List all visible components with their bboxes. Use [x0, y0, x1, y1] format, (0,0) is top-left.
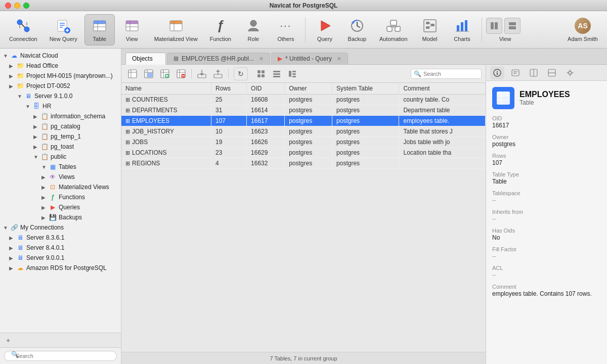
function-icon: ƒ: [212, 18, 229, 34]
cell-rows: 31: [211, 105, 246, 116]
cell-rows: 4: [211, 158, 246, 169]
project-mh-label: Project MH-0015 (marybrown...): [26, 72, 113, 79]
svg-rect-80: [273, 76, 280, 77]
cell-system-table: postgres: [332, 126, 399, 137]
server-icon-840: 🖥: [16, 244, 24, 252]
table-row[interactable]: ⊞EMPLOYEES 107 16617 postgres postgres e…: [121, 116, 486, 126]
expand-pg-temp: ▶: [33, 134, 39, 140]
sidebar-item-project-mh[interactable]: ▶ 📁 Project MH-0015 (marybrown...): [0, 71, 121, 81]
toolbar-table[interactable]: Table: [84, 14, 115, 46]
tab-query-close[interactable]: ✕: [337, 56, 341, 62]
cell-name: ⊞LOCATIONS: [121, 148, 211, 158]
sidebar-item-public[interactable]: ▼ 📋 public: [0, 152, 121, 162]
info-type: Table: [519, 99, 570, 106]
table-row[interactable]: ⊞COUNTRIES 25 16608 postgres postgres co…: [121, 95, 486, 105]
toolbar-automation[interactable]: Automation: [374, 15, 413, 45]
right-tab-gear[interactable]: [563, 66, 577, 79]
right-panel-content: EMPLOYEES Table OID 16617 Owner postgres…: [486, 81, 607, 364]
tab-employees-close[interactable]: ✕: [259, 56, 264, 62]
maximize-button[interactable]: [23, 3, 29, 9]
tab-query[interactable]: ▶ * Untitled - Query ✕: [271, 53, 348, 64]
tab-objects-label: Objects: [132, 55, 153, 62]
sidebar-item-functions[interactable]: ▶ ƒ Functions: [0, 192, 121, 202]
toolbar-role[interactable]: Role: [238, 15, 269, 45]
table-row[interactable]: ⊞DEPARTMENTS 31 16614 postgres postgres …: [121, 105, 486, 116]
sidebar-item-server-836[interactable]: ▶ 🖥 Server 8.3.6.1: [0, 233, 121, 243]
sidebar-item-pg-catalog[interactable]: ▶ 📋 pg_catalog: [0, 121, 121, 131]
schema-icon-public: 📋: [40, 153, 49, 161]
toolbar-charts[interactable]: Charts: [447, 15, 478, 45]
detail-view-button[interactable]: [285, 67, 299, 80]
toolbar-new-query[interactable]: New Query: [45, 15, 82, 45]
sidebar-item-backups[interactable]: ▶ 💾 Backups: [0, 212, 121, 222]
sidebar-item-server-840[interactable]: ▶ 🖥 Server 8.4.0.1: [0, 243, 121, 253]
table-row[interactable]: ⊞LOCATIONS 23 16629 postgres postgres Lo…: [121, 148, 486, 158]
tab-employees[interactable]: ⊞ EMPLOYEES @HR.publ... ✕: [167, 53, 270, 64]
toolbar-others[interactable]: ··· Others: [271, 15, 301, 45]
pg-toast-label: pg_toast: [51, 143, 74, 150]
right-tab-info[interactable]: [490, 66, 504, 79]
table-row[interactable]: ⊞REGIONS 4 16632 postgres postgres: [121, 158, 486, 169]
toolbar-view[interactable]: View: [117, 15, 147, 45]
sidebar-item-materialized-views[interactable]: ▶ ⊡ Materialized Views: [0, 182, 121, 192]
delete-table-button[interactable]: [174, 67, 188, 80]
toolbar-materialized-view[interactable]: Materialized View: [149, 15, 203, 45]
right-tab-split-v[interactable]: [545, 66, 559, 79]
toolbar-connection[interactable]: Connection: [4, 15, 42, 45]
sidebar-search-input[interactable]: [4, 351, 117, 361]
sidebar-item-my-connections[interactable]: ▼ 🔗 My Connections: [0, 222, 121, 233]
list-view-button[interactable]: [270, 67, 284, 80]
cell-system-table: postgres: [332, 137, 399, 148]
design-table-button[interactable]: [142, 67, 156, 80]
sidebar-item-information-schema[interactable]: ▶ 📋 information_schema: [0, 111, 121, 121]
my-connections-label: My Connections: [20, 224, 64, 231]
export-button[interactable]: [211, 67, 225, 80]
new-table-button[interactable]: [125, 67, 140, 80]
cell-oid: 16617: [247, 116, 285, 126]
sidebar-item-project-dt[interactable]: ▶ 📁 Project DT-0052: [0, 81, 121, 91]
sidebar-add-button[interactable]: +: [3, 335, 13, 345]
minimize-button[interactable]: [14, 3, 20, 9]
new-query-label: New Query: [50, 36, 77, 42]
right-tab-split-h[interactable]: [527, 66, 541, 79]
toolbar-backup[interactable]: Backup: [342, 15, 372, 45]
view-toggle-left[interactable]: [486, 18, 502, 34]
toolbar-model[interactable]: Model: [415, 15, 445, 45]
info-table-type-value: Table: [492, 178, 601, 185]
sidebar-item-tables[interactable]: ▼ ▦ Tables: [0, 162, 121, 172]
automation-label: Automation: [379, 36, 408, 42]
grid-view-button[interactable]: [254, 67, 268, 80]
sidebar-item-views[interactable]: ▶ 👁 Views: [0, 172, 121, 182]
svg-rect-83: [292, 73, 296, 75]
sidebar-item-server-910[interactable]: ▼ 🖥 Server 9.1.0.0: [0, 91, 121, 101]
add-table-button[interactable]: [158, 67, 172, 80]
tab-objects[interactable]: Objects: [125, 53, 166, 65]
sidebar-item-navicat-cloud[interactable]: ▼ ☁ Navicat Cloud: [0, 51, 121, 61]
objects-search-input[interactable]: [411, 69, 482, 79]
import-button[interactable]: [195, 67, 209, 80]
toolbar-query[interactable]: Query: [310, 15, 340, 45]
query-icon: [317, 18, 333, 34]
sidebar-item-head-office[interactable]: ▶ 📁 Head Office: [0, 61, 121, 71]
refresh-button[interactable]: ↻: [234, 67, 248, 80]
svg-line-2: [21, 24, 25, 28]
sidebar-item-pg-toast[interactable]: ▶ 📋 pg_toast: [0, 142, 121, 152]
info-inherits-label: Inherits from: [492, 209, 601, 215]
table-header-row: Name Rows OID Owner System Table Comment: [121, 83, 486, 95]
toolbar-function[interactable]: ƒ Function: [205, 15, 236, 45]
user-avatar[interactable]: AS Adam Smith: [562, 15, 603, 45]
view-toggle-right[interactable]: [504, 18, 521, 34]
sidebar-item-hr-db[interactable]: ▼ 🗄 HR: [0, 101, 121, 111]
sidebar-item-server-900[interactable]: ▶ 🖥 Server 9.0.0.1: [0, 253, 121, 263]
svg-rect-50: [128, 70, 137, 78]
sidebar-item-amazon-rds[interactable]: ▶ ☁ Amazon RDS for PostgreSQL: [0, 263, 121, 273]
sidebar-item-queries[interactable]: ▶ ▶ Queries: [0, 202, 121, 212]
others-icon: ···: [278, 18, 294, 34]
sidebar-item-pg-temp-1[interactable]: ▶ 📋 pg_temp_1: [0, 131, 121, 142]
close-button[interactable]: [5, 3, 11, 9]
table-row[interactable]: ⊞JOBS 19 16626 postgres postgres Jobs ta…: [121, 137, 486, 148]
svg-point-95: [569, 71, 572, 74]
info-tablespace-label: Tablespace: [492, 190, 601, 196]
right-tab-ddl[interactable]: [508, 66, 523, 79]
table-row[interactable]: ⊞JOB_HISTORY 10 16623 postgres postgres …: [121, 126, 486, 137]
